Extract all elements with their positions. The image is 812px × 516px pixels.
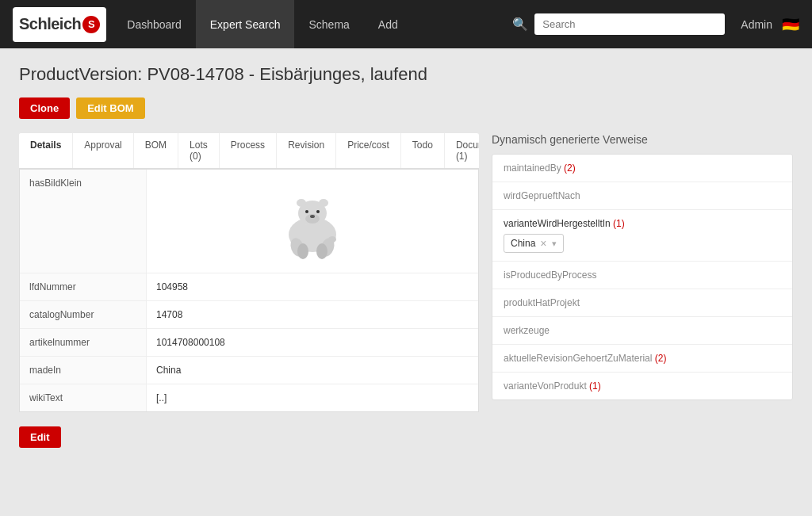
field-lfd-nummer: lfdNummer 104958: [20, 273, 478, 301]
ref-count-maintained-by: (2): [564, 162, 576, 174]
svg-point-5: [310, 215, 315, 218]
tab-documents[interactable]: Documents (1): [445, 133, 479, 168]
flag-icon: 🇩🇪: [782, 16, 799, 33]
ref-item-variante-wird-hergestellt[interactable]: varianteWirdHergestelltIn (1) China × ▾: [492, 210, 792, 262]
label-catalog-number: catalogNumber: [20, 301, 147, 328]
nav-add[interactable]: Add: [364, 0, 412, 48]
ref-item-aktuelle-revision[interactable]: aktuelleRevisionGehoertZuMaterial (2): [492, 345, 792, 373]
main-layout: Details Approval BOM Lots (0) Process Re…: [19, 133, 793, 448]
field-catalog-number: catalogNumber 14708: [20, 301, 478, 329]
nav-expert-search[interactable]: Expert Search: [196, 0, 295, 48]
logo-s-icon: S: [82, 16, 100, 33]
nav-dashboard[interactable]: Dashboard: [113, 0, 196, 48]
field-artikelnummer: artikelnummer 1014708000108: [20, 329, 478, 357]
ref-label-wird-geprueft-nach: wirdGeprueftNach: [504, 190, 580, 201]
polar-bear-image: [269, 178, 356, 265]
china-tag-label: China: [511, 238, 535, 249]
field-wiki-text: wikiText [..]: [20, 384, 478, 411]
nav-links: Dashboard Expert Search Schema Add: [113, 0, 412, 48]
admin-label: Admin: [741, 18, 772, 31]
right-panel-title: Dynamisch generierte Verweise: [492, 133, 793, 146]
value-artikelnummer: 1014708000108: [147, 329, 478, 356]
ref-item-produkt-hat-projekt[interactable]: produktHatProjekt: [492, 289, 792, 317]
nav-schema[interactable]: Schema: [294, 0, 363, 48]
ref-label-is-produced: isProducedByProcess: [504, 269, 596, 281]
bottom-actions: Edit: [19, 426, 479, 448]
navbar: Schleich S Dashboard Expert Search Schem…: [0, 0, 812, 48]
ref-panel: maintainedBy (2) wirdGeprueftNach varian…: [492, 154, 793, 400]
page-title: ProductVersion: PV08-14708 - Eisbärjunge…: [19, 64, 793, 85]
ref-label-variante-von-produkt: varianteVonProdukt: [504, 380, 587, 392]
ref-count-variante-von-produkt: (1): [589, 380, 601, 392]
ref-item-maintained-by[interactable]: maintainedBy (2): [492, 155, 792, 182]
ref-item-wird-geprueft-nach[interactable]: wirdGeprueftNach: [492, 182, 792, 210]
tab-price-cost[interactable]: Price/cost: [336, 133, 401, 168]
ref-label-werkzeuge: werkzeuge: [504, 325, 550, 336]
ref-item-variante-von-produkt[interactable]: varianteVonProdukt (1): [492, 373, 792, 399]
svg-point-12: [328, 236, 336, 243]
tab-process[interactable]: Process: [220, 133, 277, 168]
nav-search-area: 🔍: [512, 13, 725, 35]
tab-revision[interactable]: Revision: [277, 133, 336, 168]
svg-point-2: [297, 199, 306, 207]
logo-text: Schleich: [19, 15, 81, 33]
svg-point-3: [319, 199, 328, 207]
ref-item-werkzeuge[interactable]: werkzeuge: [492, 317, 792, 345]
svg-point-11: [316, 243, 327, 259]
label-artikelnummer: artikelnummer: [20, 329, 147, 356]
tab-approval[interactable]: Approval: [73, 133, 133, 168]
ref-item-is-produced[interactable]: isProducedByProcess: [492, 262, 792, 289]
label-lfd-nummer: lfdNummer: [20, 273, 147, 300]
svg-point-7: [316, 210, 320, 213]
field-has-bild-klein: hasBildKlein: [20, 170, 478, 273]
value-made-in: China: [147, 357, 478, 384]
search-icon[interactable]: 🔍: [512, 17, 528, 32]
ref-count-variante-wird-hergestellt: (1): [613, 218, 625, 229]
tab-details[interactable]: Details: [19, 133, 73, 170]
china-tag-dropdown-icon[interactable]: ▾: [552, 239, 557, 249]
value-lfd-nummer: 104958: [147, 273, 478, 300]
label-made-in: madeIn: [20, 357, 147, 384]
logo: Schleich S: [13, 7, 106, 42]
field-made-in: madeIn China: [20, 357, 478, 384]
tab-details-content: hasBildKlein: [19, 170, 479, 412]
search-input[interactable]: [534, 13, 725, 35]
value-catalog-number: 14708: [147, 301, 478, 328]
china-tag[interactable]: China × ▾: [504, 234, 564, 253]
tab-lots[interactable]: Lots (0): [178, 133, 220, 168]
clone-button[interactable]: Clone: [19, 97, 70, 119]
ref-label-maintained-by: maintainedBy: [504, 162, 561, 174]
ref-label-aktuelle-revision: aktuelleRevisionGehoertZuMaterial: [504, 353, 652, 364]
page-content: ProductVersion: PV08-14708 - Eisbärjunge…: [0, 48, 812, 508]
ref-label-variante-wird-hergestellt: varianteWirdHergestelltIn: [504, 218, 611, 229]
tabs: Details Approval BOM Lots (0) Process Re…: [19, 133, 479, 170]
label-wiki-text: wikiText: [20, 384, 147, 411]
edit-bom-button[interactable]: Edit BOM: [76, 97, 145, 119]
right-panel: Dynamisch generierte Verweise maintained…: [492, 133, 793, 448]
china-tag-remove-icon[interactable]: ×: [540, 237, 546, 250]
value-wiki-text: [..]: [147, 384, 478, 411]
svg-point-10: [297, 243, 308, 259]
nav-right: Admin 🇩🇪: [741, 16, 799, 33]
tab-bom[interactable]: BOM: [134, 133, 178, 168]
ref-count-aktuelle-revision: (2): [655, 353, 667, 364]
edit-button[interactable]: Edit: [19, 426, 61, 448]
action-buttons: Clone Edit BOM: [19, 97, 793, 119]
svg-point-6: [305, 210, 308, 213]
field-label-hasbild: hasBildKlein: [20, 170, 147, 273]
ref-label-produkt-hat-projekt: produktHatProjekt: [504, 297, 580, 308]
tab-todo[interactable]: Todo: [401, 133, 445, 168]
image-cell: [147, 170, 478, 273]
left-panel: Details Approval BOM Lots (0) Process Re…: [19, 133, 479, 448]
